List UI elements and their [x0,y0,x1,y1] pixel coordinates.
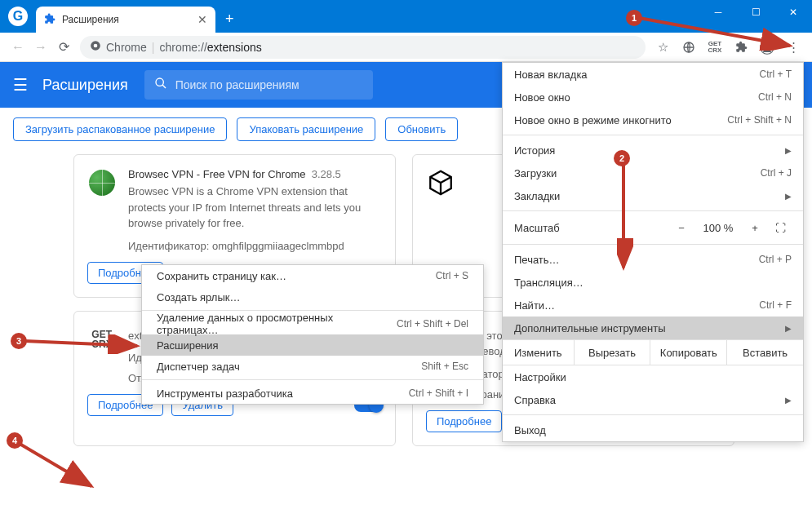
annotation-badge-4: 4 [7,432,23,449]
annotation-badge-1: 1 [626,10,642,26]
omnibox[interactable]: Chrome | chrome://extensions [80,36,646,59]
menu-cast[interactable]: Трансляция… [503,271,803,294]
menu-cut[interactable]: Вырезать [574,340,650,365]
menu-settings[interactable]: Настройки [503,365,803,388]
close-tab-icon[interactable]: ✕ [197,13,207,26]
back-button[interactable]: ← [7,36,29,59]
menu-zoom: Масштаб − 100 % + ⛶ [503,215,803,241]
menu-downloads[interactable]: ЗагрузкиCtrl + J [503,162,803,184]
svg-line-7 [639,18,790,46]
browsec-icon [87,168,117,197]
omnibox-url-grey: chrome:// [159,41,206,54]
menu-help[interactable]: Справка▶ [503,388,803,411]
menu-new-window[interactable]: Новое окноCtrl + N [503,86,803,108]
svg-point-1 [94,44,98,48]
browser-tab[interactable]: Расширения ✕ [36,7,215,33]
zoom-in-button[interactable]: + [741,222,769,234]
details-button[interactable]: Подробнее [426,410,502,432]
search-icon [154,77,167,93]
cube-icon [426,168,455,197]
extension-description: Browsec VPN is a Chrome VPN extension th… [128,184,382,232]
submenu-clear-data[interactable]: Удаление данных о просмотренных страница… [142,313,483,334]
puzzle-icon [44,13,55,27]
load-unpacked-button[interactable]: Загрузить распакованное расширение [13,117,227,141]
menu-print[interactable]: Печать…Ctrl + P [503,248,803,271]
search-input[interactable] [175,78,363,91]
annotation-arrow-4 [20,441,101,494]
search-box[interactable] [144,70,373,100]
tab-title: Расширения [62,14,119,25]
menu-edit-row: Изменить Вырезать Копировать Вставить [503,339,803,365]
reload-button[interactable]: ⟳ [52,36,75,59]
forward-button[interactable]: → [29,36,52,59]
update-button[interactable]: Обновить [385,117,458,141]
menu-bookmarks[interactable]: Закладки▶ [503,184,803,207]
omnibox-prefix: Chrome [106,41,147,54]
svg-line-11 [24,341,137,346]
fullscreen-icon[interactable]: ⛶ [769,222,792,234]
annotation-badge-3: 3 [11,333,27,349]
extension-name: Browsec VPN - Free VPN for Chrome [128,168,305,180]
zoom-value: 100 % [695,222,741,234]
annotation-arrow-3 [24,334,147,354]
more-tools-submenu: Сохранить страницу как…Ctrl + S Создать … [141,264,484,405]
menu-incognito[interactable]: Новое окно в режиме инкогнитоCtrl + Shif… [503,108,803,131]
menu-copy[interactable]: Копировать [650,340,726,365]
omnibox-url: extensions [207,41,262,54]
menu-find[interactable]: Найти…Ctrl + F [503,294,803,317]
submenu-extensions[interactable]: Расширения [142,334,483,356]
submenu-dev-tools[interactable]: Инструменты разработчикаCtrl + Shift + I [142,383,483,404]
extension-version: 3.28.5 [312,168,341,180]
menu-more-tools[interactable]: Дополнительные инструменты▶ [503,317,803,339]
menu-paste[interactable]: Вставить [726,340,803,365]
annotation-badge-2: 2 [614,150,630,166]
svg-point-5 [156,78,163,86]
annotation-arrow-2 [617,163,633,276]
pack-extension-button[interactable]: Упаковать расширение [237,117,375,141]
new-tab-button[interactable]: + [225,11,234,28]
app-icon: G [8,7,28,26]
submenu-task-manager[interactable]: Диспетчер задачShift + Esc [142,356,483,377]
annotation-arrow-1 [639,11,802,51]
hamburger-icon[interactable]: ☰ [13,75,33,95]
zoom-out-button[interactable]: − [668,222,695,234]
chrome-icon [90,40,101,54]
menu-new-tab[interactable]: Новая вкладкаCtrl + T [503,63,803,86]
page-title: Расширения [42,77,128,94]
submenu-save-as[interactable]: Сохранить страницу как…Ctrl + S [142,265,483,286]
submenu-create-shortcut[interactable]: Создать ярлык… [142,286,483,308]
menu-exit[interactable]: Выход [503,418,803,441]
svg-line-13 [20,444,91,486]
menu-history[interactable]: История▶ [503,139,803,162]
chrome-menu: Новая вкладкаCtrl + T Новое окноCtrl + N… [502,62,804,442]
